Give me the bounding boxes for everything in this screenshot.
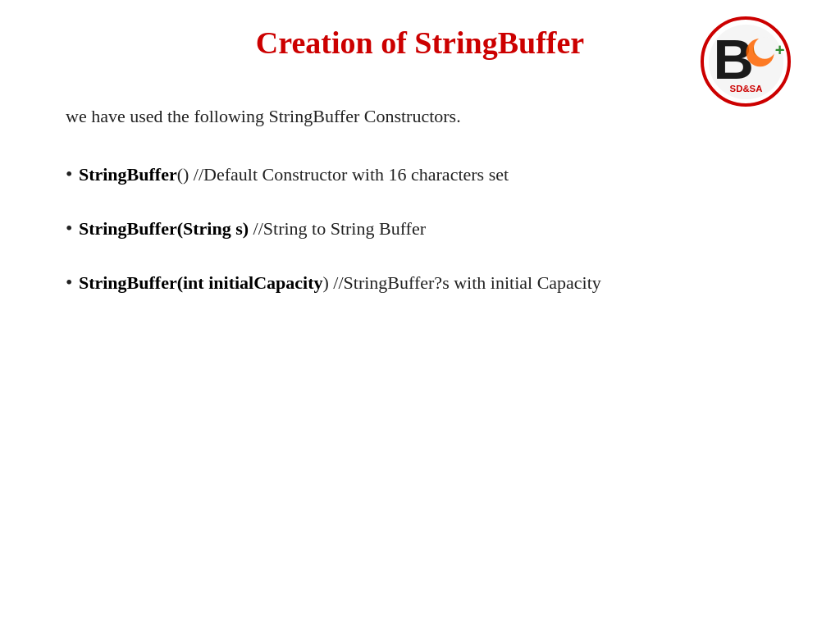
logo-circle: B C++ SD&SA — [701, 16, 791, 107]
bullet-1-bold: StringBuffer — [79, 164, 177, 185]
svg-text:SD&SA: SD&SA — [729, 83, 762, 93]
logo-inner: B C++ SD&SA — [705, 21, 786, 102]
bullet-symbol-3: • — [66, 272, 72, 293]
svg-text:B: B — [713, 28, 753, 90]
logo-svg: B C++ SD&SA — [707, 23, 785, 101]
slide-title: Creation of StringBuffer — [256, 25, 584, 61]
bullet-symbol-2: • — [66, 217, 72, 239]
slide-header: Creation of StringBuffer B C++ — [49, 25, 791, 61]
bullet-2-text: //String to String Buffer — [249, 218, 426, 239]
svg-point-4 — [754, 37, 776, 59]
logo-container: B C++ SD&SA — [701, 16, 791, 107]
bullet-symbol-1: • — [66, 163, 72, 185]
bullet-2-bold: StringBuffer(String s) — [79, 218, 249, 239]
intro-paragraph: we have used the following StringBuffer … — [66, 102, 774, 130]
bullet-3-text: ) //StringBuffer?s with initial Capacity — [323, 272, 601, 293]
bullet-item-1: • StringBuffer() //Default Constructor w… — [66, 159, 774, 189]
bullet-1-text: () //Default Constructor with 16 charact… — [177, 164, 509, 185]
bullet-item-2: • StringBuffer(String s) //String to Str… — [66, 213, 774, 243]
slide-content: we have used the following StringBuffer … — [49, 102, 791, 297]
bullet-3-bold: StringBuffer(int initialCapacity — [79, 272, 323, 293]
bullet-item-3: • StringBuffer(int initialCapacity) //St… — [66, 267, 774, 297]
slide-container: Creation of StringBuffer B C++ — [0, 0, 840, 630]
